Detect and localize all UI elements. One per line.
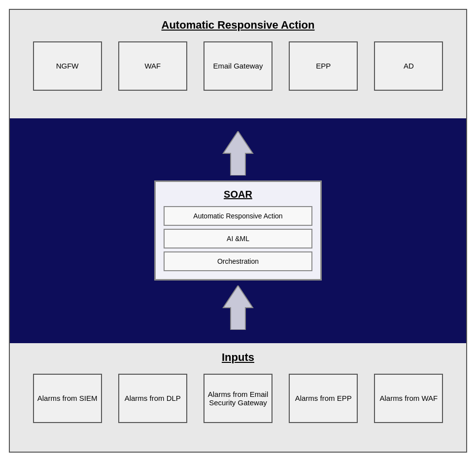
box-alarms-epp: Alarms from EPP xyxy=(289,374,358,423)
arrow-up-from-bottom xyxy=(218,285,258,330)
bottom-boxes-row: Alarms from SIEM Alarms from DLP Alarms … xyxy=(20,374,456,423)
arrow-up-to-top xyxy=(218,131,258,176)
bottom-section: Inputs Alarms from SIEM Alarms from DLP … xyxy=(10,343,466,452)
soar-item-orchestration: Orchestration xyxy=(164,251,312,271)
box-alarms-email: Alarms from Email Security Gateway xyxy=(204,374,272,423)
box-epp: EPP xyxy=(289,41,358,91)
soar-title: SOAR xyxy=(164,189,312,200)
soar-box: SOAR Automatic Responsive Action AI &ML … xyxy=(154,180,322,281)
box-alarms-dlp: Alarms from DLP xyxy=(118,374,187,423)
box-waf: WAF xyxy=(118,41,187,91)
top-title: Automatic Responsive Action xyxy=(20,19,456,32)
middle-section: SOAR Automatic Responsive Action AI &ML … xyxy=(10,118,466,343)
svg-marker-0 xyxy=(223,131,253,176)
box-alarms-siem: Alarms from SIEM xyxy=(33,374,102,423)
soar-item-aiml: AI &ML xyxy=(164,229,312,248)
box-ngfw: NGFW xyxy=(33,41,102,91)
soar-item-ara: Automatic Responsive Action xyxy=(164,206,312,226)
top-section: Automatic Responsive Action NGFW WAF Ema… xyxy=(10,10,466,118)
svg-marker-1 xyxy=(223,285,253,330)
top-boxes-row: NGFW WAF Email Gateway EPP AD xyxy=(20,41,456,91)
box-ad: AD xyxy=(374,41,443,91)
diagram-wrapper: Automatic Responsive Action NGFW WAF Ema… xyxy=(9,9,467,453)
bottom-title: Inputs xyxy=(20,351,456,364)
box-email-gateway: Email Gateway xyxy=(204,41,272,91)
box-alarms-waf: Alarms from WAF xyxy=(374,374,443,423)
